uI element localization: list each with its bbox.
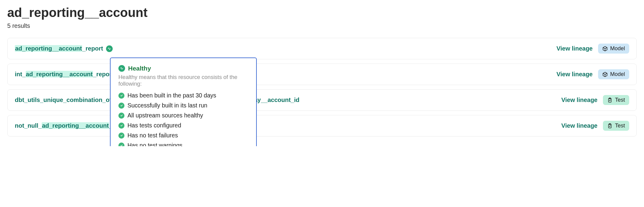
check-label: Has tests configured <box>127 122 181 129</box>
check-icon <box>118 143 124 146</box>
type-pill-model: Model <box>598 44 629 54</box>
health-badge-icon[interactable] <box>106 45 113 52</box>
result-name: int_ad_reporting__account_report <box>15 71 114 78</box>
check-label: Has no test warnings <box>127 142 182 146</box>
health-check-item: Has no test failures <box>118 132 248 139</box>
result-actions: View lineage Test <box>561 121 629 131</box>
clipboard-check-icon <box>607 97 613 103</box>
result-name: ad_reporting__account_report <box>15 45 113 52</box>
type-pill-label: Test <box>615 97 625 103</box>
result-actions: View lineage Model <box>556 44 629 54</box>
type-pill-test: Test <box>603 95 629 105</box>
check-icon <box>118 113 124 119</box>
health-check-item: Has no test warnings <box>118 142 248 146</box>
health-check-item: All upstream sources healthy <box>118 112 248 119</box>
result-actions: View lineage Model <box>556 69 629 79</box>
type-pill-label: Model <box>610 71 625 77</box>
name-pre: not_null_ <box>15 122 42 129</box>
view-lineage-link[interactable]: View lineage <box>556 71 593 78</box>
result-row[interactable]: dbt_utils_unique_combination_of_columns_… <box>7 89 637 111</box>
name-match: ad_reporting__account <box>26 71 93 77</box>
name-post: _report <box>82 45 103 52</box>
check-label: All upstream sources healthy <box>127 112 203 119</box>
result-row[interactable]: not_null_ad_reporting__account_report_ac… <box>7 115 637 136</box>
type-pill-model: Model <box>598 69 629 79</box>
cube-icon <box>602 46 608 51</box>
view-lineage-link[interactable]: View lineage <box>561 97 597 104</box>
health-check-item: Has been built in the past 30 days <box>118 92 248 99</box>
health-popover: Healthy Healthy means that this resource… <box>110 58 257 146</box>
check-icon <box>118 133 124 139</box>
check-label: Has been built in the past 30 days <box>127 92 216 99</box>
check-icon <box>118 103 124 109</box>
health-check-item: Successfully built in its last run <box>118 102 248 109</box>
name-match: ad_reporting__account <box>42 122 109 129</box>
view-lineage-link[interactable]: View lineage <box>556 45 593 52</box>
check-icon <box>118 123 124 129</box>
result-actions: View lineage Test <box>561 95 629 105</box>
view-lineage-link[interactable]: View lineage <box>561 122 597 129</box>
type-pill-label: Model <box>610 45 625 52</box>
name-pre: int_ <box>15 71 26 77</box>
check-label: Has no test failures <box>127 132 178 139</box>
type-pill-test: Test <box>603 121 629 131</box>
popover-title: Healthy <box>128 65 151 72</box>
popover-subtitle: Healthy means that this resource consist… <box>118 74 248 87</box>
name-match: ad_reporting__account <box>15 45 82 52</box>
health-badge-icon <box>118 65 125 72</box>
page-title: ad_reporting__account <box>7 5 637 20</box>
result-row[interactable]: ad_reporting__account_report View lineag… <box>7 38 637 59</box>
health-check-list: Has been built in the past 30 days Succe… <box>118 92 248 146</box>
health-check-item: Has tests configured <box>118 122 248 129</box>
result-row[interactable]: int_ad_reporting__account_report View li… <box>7 64 637 85</box>
clipboard-check-icon <box>607 123 613 129</box>
check-label: Successfully built in its last run <box>127 102 207 109</box>
cube-icon <box>602 72 608 77</box>
check-icon <box>118 93 124 99</box>
type-pill-label: Test <box>615 123 625 129</box>
results-count: 5 results <box>7 22 637 29</box>
page-wrapper: ad_reporting__account 5 results ad_repor… <box>7 5 637 136</box>
